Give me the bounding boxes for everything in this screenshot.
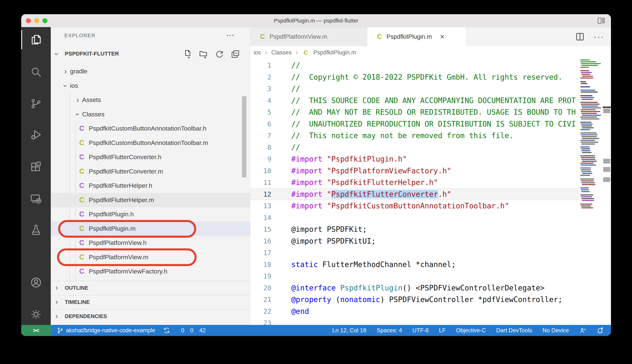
activity-run-debug[interactable] <box>21 124 51 146</box>
sidebar-scrollbar[interactable] <box>242 96 246 178</box>
code-line-5[interactable]: 5// AND MAY NOT BE RESOLD OR REDISTRIBUT… <box>250 106 579 118</box>
code-line-22[interactable]: 22@end <box>250 306 579 317</box>
tree-item-pspdfkitflutterconverter-m[interactable]: CPspdfkitFlutterConverter.m <box>51 164 250 179</box>
sync-button[interactable] <box>163 327 170 334</box>
status-objective-c[interactable]: Objective-C <box>456 327 486 334</box>
activity-settings[interactable] <box>21 303 51 326</box>
code-line-16[interactable]: 16@import PSPDFKitUI; <box>250 235 579 247</box>
tree-item-gradle[interactable]: ›gradle <box>51 64 250 79</box>
tree-item-pspdfkitflutterhelper-h[interactable]: CPspdfkitFlutterHelper.h <box>51 179 250 193</box>
code-line-8[interactable]: 8// <box>250 142 579 154</box>
activity-testing[interactable] <box>21 219 51 241</box>
activity-remote-explorer[interactable] <box>21 188 51 210</box>
tree-item-classes[interactable]: ›Classes <box>51 107 250 122</box>
tree-item-pspdfplatformview-h[interactable]: CPspdfPlatformView.h <box>51 236 250 250</box>
tree-item-ios[interactable]: ›ios <box>51 79 250 93</box>
code-line-17[interactable]: 17 <box>250 247 579 259</box>
minimap[interactable] <box>579 59 603 262</box>
code-line-14[interactable]: 14 <box>250 212 579 224</box>
c-file-icon: C <box>376 33 383 40</box>
new-folder-icon[interactable] <box>199 50 208 58</box>
scrollbar-decoration <box>603 108 610 113</box>
code-editor[interactable]: 1//2// Copyright © 2018-2022 PSPDFKit Gm… <box>250 60 579 329</box>
status-spaces-4[interactable]: Spaces: 4 <box>377 327 402 334</box>
code-line-11[interactable]: 11#import "PspdfkitFlutterHelper.h" <box>250 177 579 188</box>
code-line-12[interactable]: 12#import "PspdfkitFlutterConverter.h" <box>250 188 579 200</box>
tree-item-pspdfkitflutterhelper-m[interactable]: CPspdfkitFlutterHelper.m <box>51 193 250 208</box>
activity-source-control[interactable] <box>21 92 51 115</box>
panel-outline[interactable]: ›OUTLINE <box>51 281 250 295</box>
code-text: #import "PspdfPlatformViewFactory.h" <box>291 165 451 177</box>
status-no-device[interactable]: No Device <box>542 327 569 334</box>
code-line-7[interactable]: 7// This notice may not be removed from … <box>250 130 579 142</box>
code-token: // UNAUTHORIZED REPRODUCTION OR DISTRIBU… <box>291 120 576 128</box>
code-line-1[interactable]: 1// <box>250 60 579 71</box>
panel-timeline[interactable]: ›TIMELINE <box>51 295 250 309</box>
stage-manager-icon[interactable] <box>597 17 606 24</box>
code-line-13[interactable]: 13#import "PspdfkitCustomButtonAnnotatio… <box>250 200 579 212</box>
tree-item-pspdfkitflutterconverter-h[interactable]: CPspdfkitFlutterConverter.h <box>51 150 250 164</box>
tree-item-pspdfplatformviewfactory-h[interactable]: CPspdfPlatformViewFactory.h <box>51 264 250 279</box>
tab-pspdfplatformview-m[interactable]: C PspdfPlatformView.m <box>250 27 367 46</box>
line-number: 5 <box>250 106 271 118</box>
panel-dependencies[interactable]: ›DEPENDENCIES <box>51 309 250 324</box>
collapse-all-icon[interactable] <box>231 50 240 58</box>
code-line-9[interactable]: 9#import "PspdfkitPlugin.h" <box>250 153 579 165</box>
code-line-4[interactable]: 4// THIS SOURCE CODE AND ANY ACCOMPANYIN… <box>250 95 579 106</box>
minimap-line <box>581 180 594 182</box>
code-line-20[interactable]: 20@interface PspdfkitPlugin() <PSPDFView… <box>250 282 579 294</box>
minimap-line <box>580 95 592 96</box>
activity-extensions[interactable] <box>21 156 51 178</box>
explorer-menu-icon[interactable]: ⋯ <box>226 30 234 40</box>
activity-search[interactable] <box>21 61 51 83</box>
problems-status[interactable]: 0 0 42 <box>178 327 206 334</box>
remote-indicator[interactable]: >< <box>21 325 51 336</box>
tree-item-pspdfplatformview-m[interactable]: CPspdfPlatformView.m <box>51 250 250 264</box>
code-line-3[interactable]: 3// <box>250 83 579 95</box>
status-utf-8[interactable]: UTF-8 <box>412 327 429 334</box>
tree-item-pspdfkitplugin-m[interactable]: CPspdfkitPlugin.m <box>51 222 250 236</box>
c-file-icon: C <box>78 268 86 275</box>
tree-item-pspdfkitplugin-h[interactable]: CPspdfkitPlugin.h <box>51 207 250 222</box>
tree-item-pspdfplatformviewfactory-m[interactable]: CPspdfPlatformViewFactory.m <box>51 279 250 281</box>
breadcrumb[interactable]: ios › Classes › C PspdfkitPlugin.m <box>254 46 356 59</box>
tree-item-assets[interactable]: ›Assets <box>51 93 250 107</box>
line-number: 1 <box>250 60 271 71</box>
minimap-line <box>581 164 596 166</box>
tree-item-pspdfkitcustombuttonannotationtoolbar-h[interactable]: CPspdfkitCustomButtonAnnotationToolbar.h <box>51 122 250 136</box>
code-line-2[interactable]: 2// Copyright © 2018-2022 PSPDFKit GmbH.… <box>250 71 579 83</box>
code-line-10[interactable]: 10#import "PspdfPlatformViewFactory.h" <box>250 165 579 177</box>
code-line-19[interactable]: 19 <box>250 270 579 282</box>
status-ln-12-col-18[interactable]: Ln 12, Col 18 <box>332 327 366 334</box>
close-icon[interactable]: × <box>440 33 445 40</box>
new-file-icon[interactable] <box>183 50 192 58</box>
activity-explorer[interactable] <box>21 28 51 51</box>
breadcrumb-item-file[interactable]: PspdfkitPlugin.m <box>313 49 356 56</box>
c-file-icon: C <box>259 33 266 40</box>
refresh-icon[interactable] <box>215 50 224 58</box>
editor-scrollbar[interactable] <box>603 59 611 325</box>
split-editor-icon[interactable] <box>575 32 584 41</box>
code-line-21[interactable]: 21@property (nonatomic) PSPDFViewControl… <box>250 294 579 306</box>
minimap-line <box>581 207 593 208</box>
line-number: 8 <box>250 142 271 154</box>
line-number: 22 <box>250 306 271 317</box>
editor-actions-more-icon[interactable]: ··· <box>594 32 604 42</box>
status-lf[interactable]: LF <box>439 327 446 334</box>
code-line-15[interactable]: 15@import PSPDFKit; <box>250 224 579 235</box>
project-section-header[interactable]: › PSPDFKIT-FLUTTER <box>51 48 250 61</box>
breadcrumb-item-ios[interactable]: ios <box>254 49 261 56</box>
chevron-right-icon: › <box>56 298 58 306</box>
activity-accounts[interactable] <box>21 272 51 294</box>
code-line-6[interactable]: 6// UNAUTHORIZED REPRODUCTION OR DISTRIB… <box>250 118 579 130</box>
tree-item-pspdfkitcustombuttonannotationtoolbar-m[interactable]: CPspdfkitCustomButtonAnnotationToolbar.m <box>51 136 250 150</box>
feedback-icon[interactable] <box>579 327 586 334</box>
breadcrumb-item-classes[interactable]: Classes <box>271 49 292 56</box>
status-dart-devtools[interactable]: Dart DevTools <box>496 327 532 334</box>
git-branch-status[interactable]: akshat/bridge-native-code-example <box>57 327 155 334</box>
bell-icon[interactable] <box>596 327 603 334</box>
window-titlebar[interactable]: PspdfkitPlugin.m — pspdfkit-flutter <box>21 14 611 27</box>
code-line-18[interactable]: 18static FlutterMethodChannel *channel; <box>250 259 579 270</box>
tab-pspdfkitplugin-m[interactable]: C PspdfkitPlugin.m × <box>367 27 466 46</box>
tree-item-label: gradle <box>70 68 88 75</box>
